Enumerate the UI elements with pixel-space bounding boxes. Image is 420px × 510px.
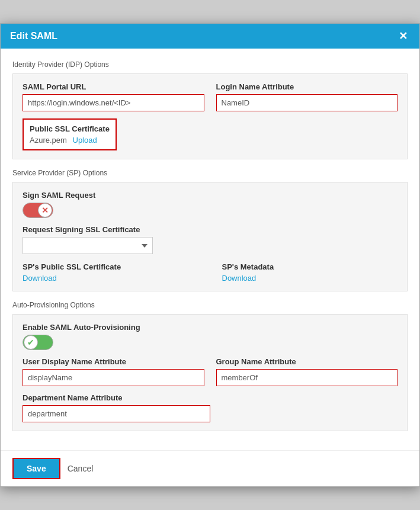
group-name-input[interactable] — [216, 369, 398, 386]
enable-auto-prov-label: Enable SAML Auto-Provisioning — [23, 323, 397, 332]
enable-auto-prov-toggle[interactable]: ✔ — [23, 335, 53, 350]
user-display-col: User Display Name Attribute — [23, 357, 204, 386]
saml-url-input[interactable] — [23, 94, 204, 111]
edit-saml-modal: Edit SAML ✕ Identity Provider (IDP) Opti… — [0, 23, 420, 487]
close-button[interactable]: ✕ — [396, 30, 410, 43]
login-name-label: Login Name Attribute — [216, 82, 398, 91]
modal-body: Identity Provider (IDP) Options SAML Por… — [1, 49, 419, 450]
sp-section-label: Service Provider (SP) Options — [12, 169, 408, 177]
cert-label: Public SSL Certificate — [30, 124, 110, 133]
user-display-label: User Display Name Attribute — [23, 357, 204, 366]
user-display-input[interactable] — [23, 369, 204, 386]
login-name-field-col: Login Name Attribute — [216, 82, 398, 111]
dept-name-label: Department Name Attribute — [23, 393, 210, 402]
auto-prov-section-label: Auto-Provisioning Options — [12, 301, 408, 309]
sp-metadata-label: SP's Metadata — [222, 262, 398, 271]
dept-name-input[interactable] — [23, 405, 210, 422]
toggle-thumb-off: ✕ — [38, 203, 52, 217]
signing-cert-label: Request Signing SSL Certificate — [23, 225, 397, 234]
cert-filename: Azure.pem — [30, 136, 67, 145]
display-group-row: User Display Name Attribute Group Name A… — [23, 357, 397, 386]
auto-prov-section-box: Enable SAML Auto-Provisioning ✔ User Dis… — [12, 314, 408, 431]
sp-metadata-download-link[interactable]: Download — [222, 274, 257, 283]
dept-name-col: Department Name Attribute — [23, 393, 210, 422]
sign-saml-toggle-container: ✕ — [23, 203, 397, 218]
sp-links-row: SP's Public SSL Certificate Download SP'… — [23, 262, 397, 283]
sp-public-cert-label: SP's Public SSL Certificate — [23, 262, 198, 271]
public-ssl-cert-box: Public SSL Certificate Azure.pem Upload — [23, 118, 117, 150]
group-name-label: Group Name Attribute — [216, 357, 398, 366]
saml-url-label: SAML Portal URL — [23, 82, 204, 91]
modal-footer: Save Cancel — [1, 450, 419, 486]
modal-title: Edit SAML — [10, 31, 57, 41]
toggle-thumb-on: ✔ — [24, 335, 38, 349]
idp-section-box: SAML Portal URL Login Name Attribute Pub… — [12, 73, 408, 159]
enable-auto-prov-toggle-container: ✔ — [23, 335, 397, 350]
cancel-button[interactable]: Cancel — [68, 464, 94, 473]
upload-link[interactable]: Upload — [73, 136, 97, 145]
idp-url-login-row: SAML Portal URL Login Name Attribute — [23, 82, 397, 111]
signing-cert-select[interactable] — [23, 237, 153, 254]
saml-url-field-col: SAML Portal URL — [23, 82, 204, 111]
login-name-input[interactable] — [216, 94, 398, 111]
sign-saml-toggle[interactable]: ✕ — [23, 203, 53, 218]
sp-public-cert-download-link[interactable]: Download — [23, 274, 57, 283]
sp-metadata-col: SP's Metadata Download — [222, 262, 398, 283]
save-button[interactable]: Save — [12, 458, 60, 479]
idp-section-label: Identity Provider (IDP) Options — [12, 60, 408, 69]
group-name-col: Group Name Attribute — [216, 357, 398, 386]
sign-saml-label: Sign SAML Request — [23, 191, 397, 200]
sp-public-cert-col: SP's Public SSL Certificate Download — [23, 262, 198, 283]
sp-section-box: Sign SAML Request ✕ Request Signing SSL … — [12, 182, 408, 291]
modal-header: Edit SAML ✕ — [1, 24, 419, 49]
